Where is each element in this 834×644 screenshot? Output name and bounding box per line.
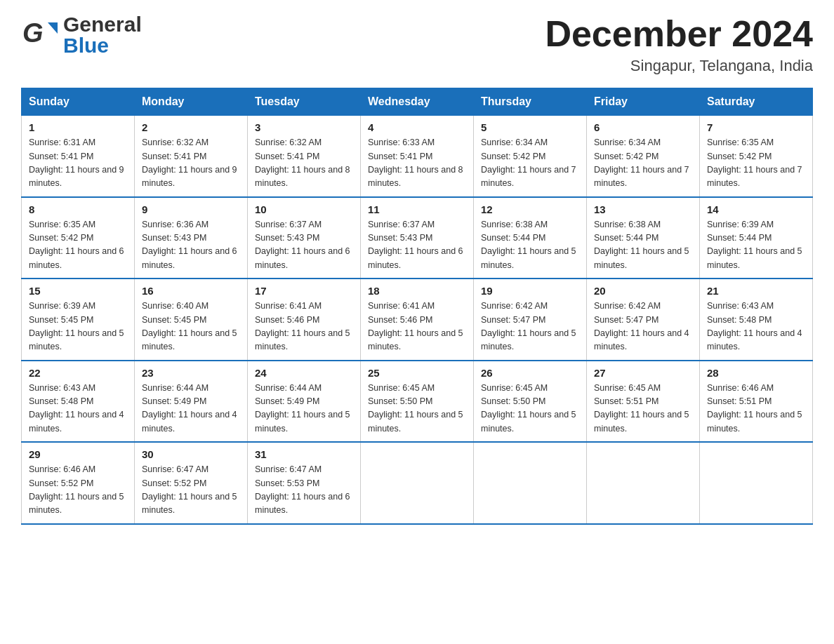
calendar-cell (474, 442, 587, 524)
day-info: Sunrise: 6:32 AMSunset: 5:41 PMDaylight:… (255, 137, 350, 188)
day-number: 21 (707, 285, 805, 297)
day-info: Sunrise: 6:44 AMSunset: 5:49 PMDaylight:… (255, 383, 350, 434)
day-number: 30 (142, 448, 240, 460)
calendar-cell: 28 Sunrise: 6:46 AMSunset: 5:51 PMDaylig… (700, 361, 813, 443)
calendar-cell: 11 Sunrise: 6:37 AMSunset: 5:43 PMDaylig… (361, 197, 474, 279)
title-section: December 2024 Singapur, Telangana, India (545, 14, 813, 75)
logo-blue-text: Blue (63, 35, 142, 56)
calendar-cell: 7 Sunrise: 6:35 AMSunset: 5:42 PMDayligh… (700, 116, 813, 197)
col-header-saturday: Saturday (700, 88, 813, 116)
day-info: Sunrise: 6:47 AMSunset: 5:53 PMDaylight:… (255, 464, 350, 515)
calendar-cell: 9 Sunrise: 6:36 AMSunset: 5:43 PMDayligh… (135, 197, 248, 279)
day-info: Sunrise: 6:32 AMSunset: 5:41 PMDaylight:… (142, 137, 237, 188)
day-number: 9 (142, 203, 240, 215)
logo-name: General Blue (63, 14, 142, 56)
calendar-cell: 31 Sunrise: 6:47 AMSunset: 5:53 PMDaylig… (248, 442, 361, 524)
calendar-week-row: 29 Sunrise: 6:46 AMSunset: 5:52 PMDaylig… (22, 442, 813, 524)
day-info: Sunrise: 6:34 AMSunset: 5:42 PMDaylight:… (481, 137, 576, 188)
day-number: 4 (368, 121, 466, 133)
day-number: 10 (255, 203, 353, 215)
day-number: 24 (255, 367, 353, 379)
calendar-week-row: 22 Sunrise: 6:43 AMSunset: 5:48 PMDaylig… (22, 361, 813, 443)
day-number: 5 (481, 121, 579, 133)
day-number: 18 (368, 285, 466, 297)
calendar-cell: 18 Sunrise: 6:41 AMSunset: 5:46 PMDaylig… (361, 279, 474, 361)
calendar-cell: 1 Sunrise: 6:31 AMSunset: 5:41 PMDayligh… (22, 116, 135, 197)
day-number: 1 (29, 121, 127, 133)
day-info: Sunrise: 6:31 AMSunset: 5:41 PMDaylight:… (29, 137, 124, 188)
day-info: Sunrise: 6:33 AMSunset: 5:41 PMDaylight:… (368, 137, 463, 188)
calendar-cell: 4 Sunrise: 6:33 AMSunset: 5:41 PMDayligh… (361, 116, 474, 197)
day-number: 14 (707, 203, 805, 215)
day-info: Sunrise: 6:46 AMSunset: 5:51 PMDaylight:… (707, 383, 802, 434)
day-info: Sunrise: 6:35 AMSunset: 5:42 PMDaylight:… (29, 220, 124, 270)
day-info: Sunrise: 6:43 AMSunset: 5:48 PMDaylight:… (707, 301, 802, 351)
day-info: Sunrise: 6:37 AMSunset: 5:43 PMDaylight:… (368, 220, 463, 270)
calendar-cell: 26 Sunrise: 6:45 AMSunset: 5:50 PMDaylig… (474, 361, 587, 443)
calendar-cell (700, 442, 813, 524)
logo: G General Blue (21, 14, 142, 56)
page-header: G General Blue December 2024 Singapur, T… (21, 14, 813, 75)
calendar-cell: 29 Sunrise: 6:46 AMSunset: 5:52 PMDaylig… (22, 442, 135, 524)
calendar-cell: 22 Sunrise: 6:43 AMSunset: 5:48 PMDaylig… (22, 361, 135, 443)
calendar-cell: 12 Sunrise: 6:38 AMSunset: 5:44 PMDaylig… (474, 197, 587, 279)
calendar-table: SundayMondayTuesdayWednesdayThursdayFrid… (21, 88, 813, 525)
svg-text:G: G (22, 18, 44, 48)
calendar-cell: 14 Sunrise: 6:39 AMSunset: 5:44 PMDaylig… (700, 197, 813, 279)
day-info: Sunrise: 6:45 AMSunset: 5:51 PMDaylight:… (594, 383, 689, 434)
col-header-friday: Friday (587, 88, 700, 116)
calendar-cell: 23 Sunrise: 6:44 AMSunset: 5:49 PMDaylig… (135, 361, 248, 443)
day-info: Sunrise: 6:47 AMSunset: 5:52 PMDaylight:… (142, 464, 237, 515)
col-header-thursday: Thursday (474, 88, 587, 116)
day-number: 3 (255, 121, 353, 133)
calendar-cell: 17 Sunrise: 6:41 AMSunset: 5:46 PMDaylig… (248, 279, 361, 361)
calendar-week-row: 8 Sunrise: 6:35 AMSunset: 5:42 PMDayligh… (22, 197, 813, 279)
calendar-cell: 25 Sunrise: 6:45 AMSunset: 5:50 PMDaylig… (361, 361, 474, 443)
svg-marker-1 (48, 22, 58, 34)
col-header-monday: Monday (135, 88, 248, 116)
day-number: 13 (594, 203, 692, 215)
calendar-cell: 24 Sunrise: 6:44 AMSunset: 5:49 PMDaylig… (248, 361, 361, 443)
logo-general-text: General (63, 14, 142, 35)
day-info: Sunrise: 6:39 AMSunset: 5:45 PMDaylight:… (29, 301, 124, 351)
day-info: Sunrise: 6:43 AMSunset: 5:48 PMDaylight:… (29, 383, 124, 434)
day-number: 19 (481, 285, 579, 297)
day-number: 11 (368, 203, 466, 215)
calendar-cell: 10 Sunrise: 6:37 AMSunset: 5:43 PMDaylig… (248, 197, 361, 279)
day-info: Sunrise: 6:44 AMSunset: 5:49 PMDaylight:… (142, 383, 237, 434)
day-info: Sunrise: 6:38 AMSunset: 5:44 PMDaylight:… (594, 220, 689, 270)
day-number: 31 (255, 448, 353, 460)
day-number: 26 (481, 367, 579, 379)
day-info: Sunrise: 6:38 AMSunset: 5:44 PMDaylight:… (481, 220, 576, 270)
day-number: 12 (481, 203, 579, 215)
day-info: Sunrise: 6:45 AMSunset: 5:50 PMDaylight:… (481, 383, 576, 434)
day-info: Sunrise: 6:45 AMSunset: 5:50 PMDaylight:… (368, 383, 463, 434)
day-number: 27 (594, 367, 692, 379)
calendar-cell (587, 442, 700, 524)
day-number: 2 (142, 121, 240, 133)
calendar-cell: 27 Sunrise: 6:45 AMSunset: 5:51 PMDaylig… (587, 361, 700, 443)
day-number: 28 (707, 367, 805, 379)
day-info: Sunrise: 6:41 AMSunset: 5:46 PMDaylight:… (255, 301, 350, 351)
month-title: December 2024 (545, 14, 813, 54)
calendar-cell (361, 442, 474, 524)
day-info: Sunrise: 6:46 AMSunset: 5:52 PMDaylight:… (29, 464, 124, 515)
calendar-header-row: SundayMondayTuesdayWednesdayThursdayFrid… (22, 88, 813, 116)
logo-icon: G (21, 15, 58, 52)
day-number: 22 (29, 367, 127, 379)
day-info: Sunrise: 6:37 AMSunset: 5:43 PMDaylight:… (255, 220, 350, 270)
col-header-wednesday: Wednesday (361, 88, 474, 116)
day-number: 16 (142, 285, 240, 297)
calendar-cell: 2 Sunrise: 6:32 AMSunset: 5:41 PMDayligh… (135, 116, 248, 197)
calendar-cell: 8 Sunrise: 6:35 AMSunset: 5:42 PMDayligh… (22, 197, 135, 279)
calendar-cell: 15 Sunrise: 6:39 AMSunset: 5:45 PMDaylig… (22, 279, 135, 361)
calendar-cell: 3 Sunrise: 6:32 AMSunset: 5:41 PMDayligh… (248, 116, 361, 197)
day-info: Sunrise: 6:42 AMSunset: 5:47 PMDaylight:… (594, 301, 689, 351)
col-header-sunday: Sunday (22, 88, 135, 116)
day-info: Sunrise: 6:35 AMSunset: 5:42 PMDaylight:… (707, 137, 802, 188)
day-number: 17 (255, 285, 353, 297)
location-text: Singapur, Telangana, India (545, 57, 813, 75)
day-number: 7 (707, 121, 805, 133)
day-number: 20 (594, 285, 692, 297)
calendar-cell: 19 Sunrise: 6:42 AMSunset: 5:47 PMDaylig… (474, 279, 587, 361)
